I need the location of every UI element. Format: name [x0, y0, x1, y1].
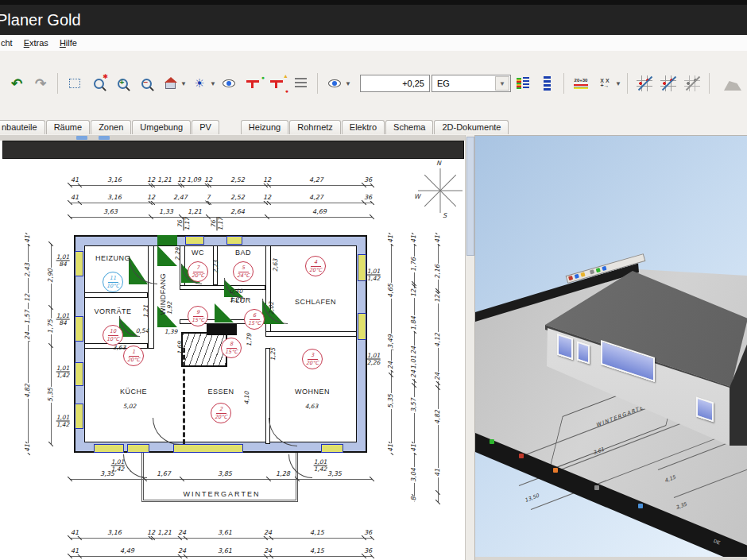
window-dimension-label: 1,011,42 [367, 268, 381, 282]
scrollbar-thumb[interactable] [466, 137, 474, 256]
tab-räume[interactable]: Räume [46, 120, 90, 134]
dimension-label: 2,64 [230, 208, 246, 215]
window-symbol [75, 404, 83, 429]
list-button[interactable] [290, 73, 311, 94]
light-button[interactable]: ☀ [189, 73, 210, 94]
dimension-label: 36 [363, 176, 373, 183]
storey-colors-button[interactable] [513, 73, 533, 94]
dimension-label: 1,79 [246, 334, 253, 347]
room-label-flur: FLUR [230, 296, 251, 304]
dimension-label: 24 [263, 547, 273, 554]
taskbar-icon [490, 439, 494, 444]
plan-canvas-2d[interactable]: N W S 413,16121,21121,09122,52124,273641… [0, 135, 465, 560]
window-symbol [321, 444, 343, 453]
tab-pv[interactable]: PV [192, 120, 219, 134]
dimension-label: 36 [363, 547, 373, 554]
dimension-label: 3,16 [106, 194, 122, 201]
zoom-previous-button[interactable]: ✱ [88, 73, 109, 94]
pipe-check-button[interactable]: ● [242, 73, 263, 94]
temp-circle: 1110°C [103, 272, 123, 292]
dimension-label: 36 [363, 194, 373, 201]
view-mode-dropdown[interactable]: ▼ [180, 80, 188, 87]
dimension-label: 3,61 [217, 529, 233, 536]
interior-wall [84, 292, 148, 298]
compass-n: N [436, 160, 441, 167]
dimension-label: 12 [262, 176, 272, 183]
dimension-label: 24 [24, 331, 31, 341]
window-symbol [94, 444, 124, 453]
room-label-windfang: WINDFANG [159, 273, 167, 315]
window-dimension-label: 761,17 [211, 218, 224, 231]
menu-item-extras[interactable]: Extras [18, 36, 54, 50]
tab-rohrnetz[interactable]: Rohrnetz [289, 120, 341, 134]
redo-button[interactable]: ↷ [30, 73, 51, 94]
dimension-xx-button[interactable]: X X+→ [594, 73, 615, 94]
menu-item-hilfe[interactable]: Hilfe [54, 36, 83, 50]
roof-tool-button[interactable] [716, 73, 747, 94]
dimension-chain-button[interactable]: 20+30 [571, 73, 591, 94]
dimension-label: 12 [410, 288, 417, 298]
intersect-tool-2-button[interactable] [658, 73, 679, 94]
tab-2d-dokumente[interactable]: 2D-Dokumente [434, 120, 509, 134]
dimension-label: 1,21 [142, 305, 149, 319]
3d-window [577, 341, 590, 364]
view-3d-canvas[interactable]: WINTERGARTEN3,616,8013,504,153,35 DE [474, 135, 747, 560]
layer-eye-button[interactable] [324, 73, 345, 94]
tab-schema[interactable]: Schema [385, 120, 433, 134]
dimension-dropdown[interactable]: ▼ [615, 80, 622, 87]
dimension-label: 1,75 [47, 319, 54, 334]
dimension-label: 0,54 [136, 327, 149, 334]
intersect-tool-3-button[interactable] [682, 73, 702, 94]
dimension-label: 12 [146, 529, 156, 536]
dimension-label: 1,28 [275, 470, 291, 477]
window-dimension-label: 1,011,42 [56, 415, 70, 428]
tab-elektro[interactable]: Elektro [342, 120, 385, 134]
dimension-label: 4,27 [308, 176, 324, 183]
undo-button[interactable]: ↶ [6, 73, 27, 94]
zoom-in-button[interactable]: + [112, 73, 133, 94]
storey-select[interactable]: EG ▼ [432, 75, 511, 92]
pipe-warning-button[interactable]: ▲● [266, 73, 287, 94]
dimension-label: 1,76 [410, 257, 417, 272]
window-dimension-label: 1,011,42 [56, 365, 70, 379]
title-bar: Planer Gold [0, 0, 747, 35]
light-dropdown[interactable]: ▼ [210, 80, 217, 87]
toolbar: ↶ ↷ ✱ + − ▼ ☀ ▼ ● ▲● ▼ EG ▼ 20+30 X X+→ … [5, 68, 747, 98]
menu-item-cht[interactable]: cht [0, 36, 18, 50]
tab-umgebung[interactable]: Umgebung [132, 120, 191, 134]
storey-list-button[interactable] [536, 73, 557, 94]
window-title: Planer Gold [0, 11, 81, 29]
taskbar-icon [519, 454, 524, 458]
zoom-window-button[interactable] [64, 73, 85, 94]
dimension-label: 41 [70, 547, 79, 554]
dimension-label: 1,21 [187, 208, 203, 215]
zoom-out-button[interactable]: − [136, 73, 157, 94]
door-swing-arc [123, 454, 147, 478]
dimension-label: 41 [70, 529, 79, 536]
tab-nbauteile[interactable]: nbauteile [0, 120, 45, 134]
tab-zonen[interactable]: Zonen [91, 120, 131, 134]
dimension-label: 5,35 [47, 387, 54, 403]
dimension-label: 12 [24, 293, 31, 303]
window-dimension-label: 761,17 [177, 218, 191, 231]
height-offset-input[interactable] [360, 75, 430, 92]
plan-vertical-scrollbar[interactable] [465, 135, 474, 560]
intersect-tool-1-button[interactable] [634, 73, 655, 94]
chevron-down-icon[interactable]: ▼ [495, 76, 509, 91]
dimension-line [70, 479, 372, 480]
visibility-eye-button[interactable] [219, 73, 239, 94]
dimension-label: 2,23 [212, 261, 219, 274]
dimension-label: 4,69 [312, 208, 327, 215]
temp-circle: 320°C [302, 349, 323, 369]
window-dimension-label: 1,0184 [56, 313, 70, 326]
dimension-label: 12 [262, 194, 272, 201]
dimension-label: 4,82 [24, 383, 31, 399]
dimension-label: 41 [24, 234, 31, 244]
separator [627, 73, 628, 94]
layer-eye-dropdown[interactable]: ▼ [345, 80, 352, 87]
door-leaf [157, 235, 177, 245]
window-symbol [75, 251, 83, 276]
view-mode-button[interactable] [160, 73, 180, 94]
room-label-vorräte: VORRÄTE [94, 307, 131, 315]
tab-heizung[interactable]: Heizung [241, 120, 288, 134]
